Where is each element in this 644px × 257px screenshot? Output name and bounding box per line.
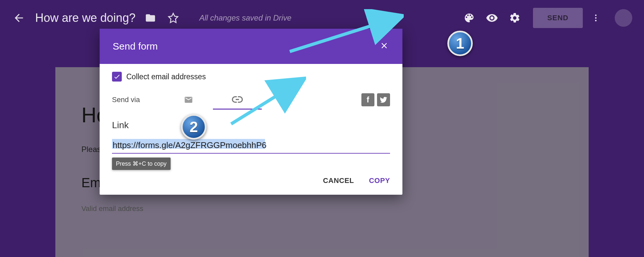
svg-point-0 bbox=[595, 15, 597, 16]
link-url-input[interactable] bbox=[112, 138, 390, 154]
account-avatar[interactable] bbox=[615, 9, 632, 27]
star-icon[interactable] bbox=[163, 8, 183, 28]
send-via-link-tab[interactable] bbox=[213, 90, 262, 110]
send-form-modal: Send form Collect email addresses Send v… bbox=[100, 29, 402, 195]
preview-eye-icon[interactable] bbox=[482, 8, 502, 28]
drive-save-status: All changes saved in Drive bbox=[199, 13, 291, 23]
settings-gear-icon[interactable] bbox=[505, 8, 525, 28]
share-facebook-button[interactable]: f bbox=[361, 93, 374, 106]
copy-tooltip: Press ⌘+C to copy bbox=[112, 158, 171, 170]
svg-point-2 bbox=[595, 20, 597, 22]
cancel-button[interactable]: CANCEL bbox=[323, 176, 354, 185]
folder-icon[interactable] bbox=[141, 8, 160, 28]
send-via-label: Send via bbox=[112, 96, 164, 104]
annotation-badge-2: 2 bbox=[181, 114, 206, 140]
collect-emails-label: Collect email addresses bbox=[126, 72, 206, 81]
form-title[interactable]: How are we doing? bbox=[35, 11, 135, 25]
palette-icon[interactable] bbox=[459, 8, 479, 28]
close-icon[interactable] bbox=[377, 38, 391, 54]
modal-header: Send form bbox=[100, 29, 402, 64]
share-twitter-button[interactable] bbox=[377, 93, 390, 106]
send-button[interactable]: SEND bbox=[533, 8, 583, 28]
send-via-embed-tab[interactable] bbox=[262, 90, 311, 110]
link-section-label: Link bbox=[112, 120, 390, 130]
annotation-badge-1: 1 bbox=[447, 31, 473, 56]
svg-point-1 bbox=[595, 17, 597, 19]
collect-emails-checkbox[interactable] bbox=[112, 72, 122, 82]
back-arrow-icon[interactable] bbox=[9, 8, 29, 28]
send-via-email-tab[interactable] bbox=[164, 90, 213, 110]
modal-title: Send form bbox=[113, 41, 377, 52]
copy-button[interactable]: COPY bbox=[369, 176, 390, 185]
more-menu-icon[interactable] bbox=[586, 8, 606, 28]
